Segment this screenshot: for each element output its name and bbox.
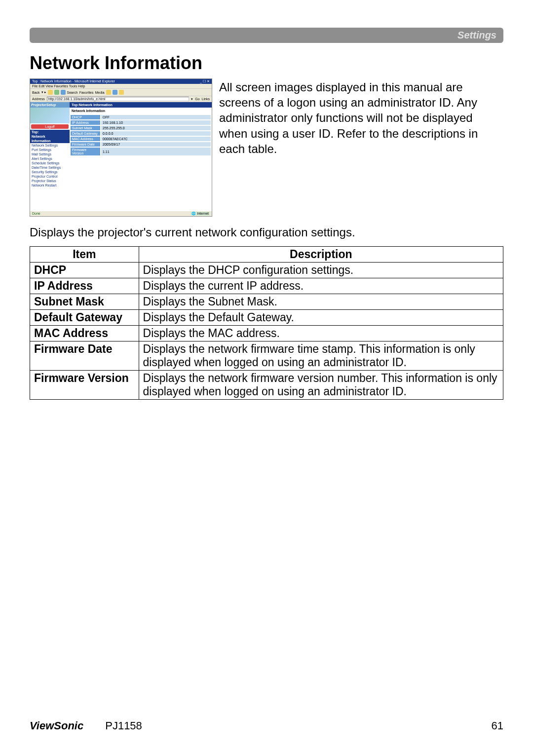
table-row: Firmware Date2005/09/17 (71, 142, 211, 147)
back-label: Back (32, 91, 40, 94)
search-label: Search (67, 91, 78, 94)
page-title: Network Information (30, 53, 503, 74)
window-titlebar: Top : Network Information - Microsoft In… (30, 79, 212, 84)
projector-image (30, 108, 70, 123)
th-item: Item (30, 247, 139, 263)
page-footer: ViewSonic PJ1158 61 (30, 719, 503, 732)
nav-item: Port Settings (30, 148, 70, 152)
menu-bar: File Edit View Favorites Tools Help (30, 84, 212, 89)
nav-item: Alert Settings (30, 156, 70, 161)
footer-brand: ViewSonic (30, 719, 83, 732)
history-icon (106, 90, 111, 95)
description-line: Displays the projector's current network… (30, 226, 503, 239)
stop-icon (48, 90, 53, 95)
nav-item: Date/Time Settings (30, 165, 70, 170)
nav-item: Security Settings (30, 170, 70, 174)
description-table: Item Description DHCPDisplays the DHCP c… (30, 246, 503, 400)
status-bar: Done 🌐 Internet (30, 211, 212, 216)
table-row: Subnet MaskDisplays the Subnet Mask. (30, 294, 503, 310)
address-bar: Address http://192.168.1.10/admin/info_e… (30, 96, 212, 102)
footer-model: PJ1158 (105, 719, 142, 732)
footer-page: 61 (492, 719, 503, 732)
address-label: Address (32, 97, 45, 101)
nav-item: Projector Control (30, 174, 70, 179)
intro-paragraph: All screen images displayed in this manu… (219, 78, 503, 217)
sidebar: ProjectorSetup Logoff Top: Network Infor… (30, 102, 70, 188)
table-row: Default Gateway0.0.0.0 (71, 131, 211, 136)
refresh-icon (54, 90, 59, 95)
main-panel: Top:Network Information Network Informat… (70, 102, 212, 188)
go-button: Go (195, 97, 199, 101)
media-label: Media (95, 91, 105, 94)
table-row: DHCPDisplays the DHCP configuration sett… (30, 263, 503, 278)
table-row: DHCPOFF (71, 115, 211, 119)
nav-information: Information (30, 139, 70, 143)
nav-network: Network (30, 134, 70, 139)
table-row: MAC AddressDisplays the MAC address. (30, 326, 503, 341)
th-desc: Description (139, 247, 503, 263)
status-done: Done (32, 212, 40, 216)
sub-header: Network Information (70, 108, 212, 114)
toolbar: Back ▾ ▸ Search Favorites Media (30, 89, 212, 96)
setup-label: ProjectorSetup (30, 102, 70, 108)
address-field: http://192.168.1.10/admin/info_e.html (47, 97, 190, 101)
table-row: MAC Address000087AEC47C (71, 137, 211, 141)
nav-item: Network Settings (30, 143, 70, 148)
print-icon (119, 90, 124, 95)
window-controls: _ ☐ ✕ (200, 79, 210, 83)
nav-item: Schedule Settings (30, 161, 70, 165)
status-zone: 🌐 Internet (190, 212, 210, 216)
table-row: Firmware Version1.11 (71, 148, 211, 155)
info-table: DHCPOFF IP Address192.168.1.10 Subnet Ma… (70, 114, 212, 156)
home-icon (61, 90, 66, 95)
section-header: Settings (30, 28, 503, 43)
favorites-label: Favorites (79, 91, 94, 94)
nav-item: Network Restart (30, 183, 70, 188)
window-title: Top : Network Information - Microsoft In… (32, 79, 115, 83)
nav-item: Mail Settings (30, 152, 70, 156)
logoff-button: Logoff (31, 124, 69, 129)
nav-top: Top: (30, 130, 70, 134)
table-row: Firmware DateDisplays the network firmwa… (30, 341, 503, 371)
table-row: Subnet Mask255.255.255.0 (71, 126, 211, 130)
browser-screenshot: Top : Network Information - Microsoft In… (30, 78, 212, 217)
table-row: IP Address192.168.1.10 (71, 120, 211, 125)
table-row: IP AddressDisplays the current IP addres… (30, 278, 503, 294)
table-row: Default GatewayDisplays the Default Gate… (30, 310, 503, 326)
table-row: Firmware VersionDisplays the network fir… (30, 371, 503, 400)
mail-icon (113, 90, 117, 95)
main-header: Top:Network Information (70, 102, 212, 108)
links-label: Links (202, 97, 210, 101)
nav-item: Projector Status (30, 179, 70, 183)
